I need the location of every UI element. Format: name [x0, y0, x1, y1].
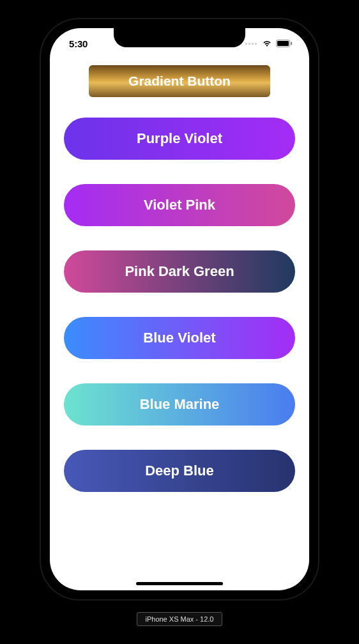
gradient-button-title-label: Gradient Button: [128, 73, 231, 89]
status-icons: [245, 40, 293, 47]
svg-rect-2: [291, 42, 292, 45]
device-frame: 5:30 Gradient Button Purple Violet: [40, 18, 319, 601]
battery-icon: [276, 40, 293, 47]
notch: [114, 28, 245, 47]
pink-dark-green-button[interactable]: Pink Dark Green: [64, 250, 295, 293]
volume-down: [36, 203, 40, 243]
status-time: 5:30: [69, 38, 88, 49]
device-label: iPhone XS Max - 12.0: [137, 612, 222, 626]
home-indicator[interactable]: [136, 582, 223, 585]
svg-rect-1: [277, 41, 289, 46]
power-button: [319, 157, 323, 220]
screen: 5:30 Gradient Button Purple Violet: [50, 28, 309, 590]
wifi-icon: [262, 40, 272, 47]
button-label: Pink Dark Green: [125, 263, 234, 280]
blue-violet-button[interactable]: Blue Violet: [64, 317, 295, 359]
blue-marine-button[interactable]: Blue Marine: [64, 383, 295, 425]
button-label: Violet Pink: [144, 197, 215, 213]
button-label: Blue Violet: [143, 330, 215, 346]
deep-blue-button[interactable]: Deep Blue: [64, 450, 295, 492]
content-area: Gradient Button Purple Violet Violet Pin…: [50, 56, 309, 492]
volume-up: [36, 153, 40, 193]
cell-signal-icon: [245, 43, 257, 45]
gradient-button-title[interactable]: Gradient Button: [89, 65, 270, 97]
mute-switch: [36, 114, 40, 136]
purple-violet-button[interactable]: Purple Violet: [64, 118, 295, 160]
button-label: Blue Marine: [140, 396, 220, 413]
violet-pink-button[interactable]: Violet Pink: [64, 184, 295, 226]
button-label: Purple Violet: [137, 130, 222, 147]
button-label: Deep Blue: [145, 463, 214, 479]
